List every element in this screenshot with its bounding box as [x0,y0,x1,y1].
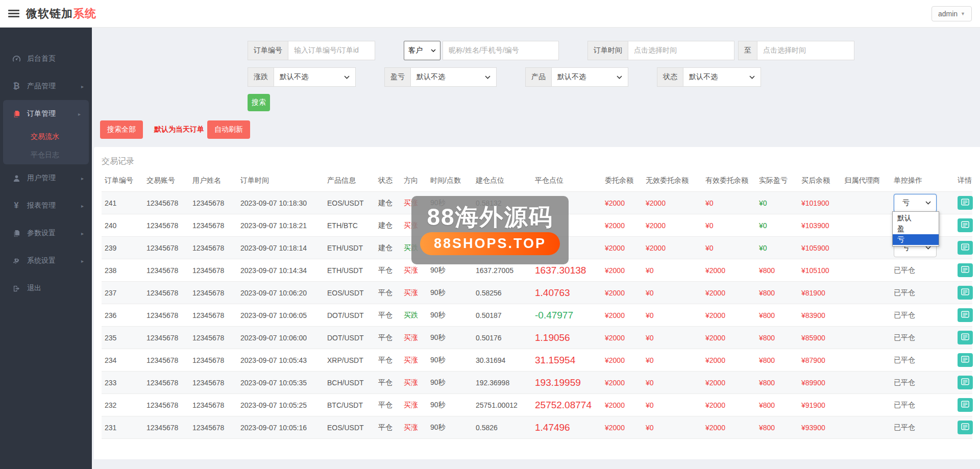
sidebar-item-2[interactable]: 订单管理▸ [3,100,89,128]
detail-button[interactable] [958,331,973,344]
detail-button[interactable] [958,398,973,412]
entrust-balance: ¥2000 [602,416,643,439]
entrust-balance: ¥2000 [602,282,643,304]
filter-select-0[interactable]: 默认不选 [274,67,356,87]
detail-icon [961,266,969,275]
control-option[interactable]: 亏 [893,234,939,245]
agent [841,237,891,259]
sidebar-item-7[interactable]: 退出 [0,275,92,302]
logout-icon [11,285,21,292]
user-icon [11,175,21,182]
valid-entrust-balance: ¥2000 [702,259,756,282]
customer-input[interactable]: 昵称/姓名/手机号/编号 [443,41,559,60]
open-price: 0.50176 [473,327,532,349]
detail-button[interactable] [958,263,973,277]
product: EOS/USDT [324,192,375,214]
account: 12345678 [143,394,189,416]
search-button[interactable]: 搜索 [248,94,270,111]
order-time: 2023-09-07 10:06:05 [237,304,324,327]
control-option[interactable]: 默认 [893,213,939,224]
time-to-input[interactable]: 点击选择时间 [757,41,854,60]
today-orders-note: 默认为当天订单 [154,125,204,134]
detail-button[interactable] [958,308,973,322]
agent [841,214,891,237]
control-select[interactable]: 亏 [894,194,937,212]
agent [841,192,891,214]
agent [841,394,891,416]
order-no-input[interactable]: 输入订单编号/订单id [288,41,375,60]
agent [841,372,891,394]
order-id: 236 [102,304,143,327]
filter-select-1[interactable]: 默认不选 [411,67,497,87]
after-balance: ¥85900 [798,327,841,349]
detail-button[interactable] [958,286,973,300]
auto-refresh-button[interactable]: 自动刷新 [207,120,250,139]
user-name: 12345678 [189,327,237,349]
menu-toggle-icon[interactable] [8,8,19,19]
after-balance: ¥93900 [798,416,841,439]
agent [841,282,891,304]
sidebar-item-label: 退出 [27,284,41,293]
detail-icon [961,199,969,207]
invalid-entrust-balance: ¥0 [643,349,702,372]
close-price: 1.47496 [532,416,602,439]
user-name: 12345678 [189,282,237,304]
entrust-balance: ¥2000 [602,394,643,416]
account: 12345678 [143,304,189,327]
detail-button[interactable] [958,353,973,367]
detail-button[interactable] [958,241,973,255]
detail-cell [954,327,972,349]
search-all-button[interactable]: 搜索全部 [100,120,143,139]
invalid-entrust-balance: ¥0 [643,416,702,439]
detail-button[interactable] [958,421,973,434]
account: 12345678 [143,259,189,282]
filter-select-group-3: 状态默认不选 [657,67,761,87]
column-header: 建仓点位 [473,170,532,192]
table-row: 23512345678123456782023-09-07 10:06:00DO… [102,327,972,349]
filter-select-label: 产品 [525,67,552,87]
sidebar-item-4[interactable]: ¥报表管理▸ [0,192,92,219]
actual-profit: ¥0 [756,192,798,214]
chevron-right-icon: ▸ [78,111,81,117]
sidebar-subitem-2-0[interactable]: 交易流水 [3,128,89,146]
customer-type-select[interactable]: 客户 [404,41,440,60]
user-menu[interactable]: admin ▼ [932,6,972,21]
time-from-input[interactable]: 点击选择时间 [628,41,734,60]
panel-title: 交易记录 [102,156,972,167]
account: 12345678 [143,282,189,304]
sidebar-subitem-2-1[interactable]: 平仓日志 [3,146,89,164]
status: 平仓 [375,372,401,394]
account: 12345678 [143,214,189,237]
entrust-balance: ¥2000 [602,327,643,349]
valid-entrust-balance: ¥2000 [702,372,756,394]
account: 12345678 [143,327,189,349]
column-header: 平仓点位 [532,170,602,192]
valid-entrust-balance: ¥0 [702,192,756,214]
filter-select-3[interactable]: 默认不选 [683,67,761,87]
filter-select-2[interactable]: 默认不选 [552,67,628,87]
detail-button[interactable] [958,376,973,389]
sidebar-item-0[interactable]: 后台首页 [0,45,92,72]
status: 平仓 [375,259,401,282]
sidebar-item-label: 系统设置 [27,256,56,265]
detail-cell [954,192,972,214]
detail-cell [954,416,972,439]
sidebar-item-6[interactable]: 系统设置▸ [0,247,92,275]
order-no-filter: 订单编号 输入订单编号/订单id [248,41,375,60]
invalid-entrust-balance: ¥2000 [643,192,702,214]
detail-button[interactable] [958,218,973,232]
entrust-balance: ¥2000 [602,372,643,394]
detail-button[interactable] [958,196,973,210]
product: BTC/USDT [324,394,375,416]
account: 12345678 [143,416,189,439]
to-label: 至 [738,41,757,60]
user-name: 12345678 [189,372,237,394]
sidebar-item-5[interactable]: 参数设置▸ [0,219,92,247]
sidebar-item-3[interactable]: 用户管理▸ [0,164,92,192]
sidebar-item-1[interactable]: ₿产品管理▸ [0,72,92,100]
status: 平仓 [375,394,401,416]
product: ETH/BTC [324,214,375,237]
order-id: 231 [102,416,143,439]
control-option[interactable]: 盈 [893,224,939,234]
status: 平仓 [375,327,401,349]
